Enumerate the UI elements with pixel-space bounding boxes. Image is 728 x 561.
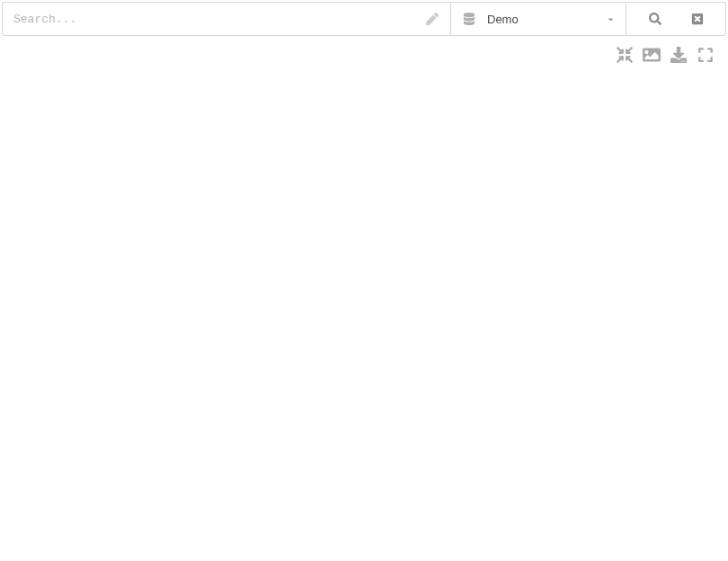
database-selected-label: Demo	[487, 13, 606, 26]
image-icon	[643, 46, 661, 64]
search-section	[3, 3, 451, 35]
view-toolbar	[0, 38, 728, 72]
search-icon	[649, 13, 661, 25]
content-area	[0, 72, 728, 552]
database-selector[interactable]: Demo	[451, 3, 626, 35]
download-icon	[670, 47, 687, 63]
pen-icon[interactable]	[425, 12, 439, 26]
database-icon	[462, 12, 476, 26]
fullscreen-button[interactable]	[696, 45, 715, 65]
top-search-bar: Demo	[2, 2, 726, 36]
download-button[interactable]	[669, 45, 688, 65]
collapse-button[interactable]	[615, 45, 635, 65]
search-button[interactable]	[646, 10, 664, 28]
clear-button[interactable]	[688, 10, 706, 28]
close-icon	[691, 13, 704, 25]
actions-section	[626, 3, 725, 35]
collapse-icon	[617, 47, 633, 63]
caret-down-icon	[606, 14, 615, 23]
search-input[interactable]	[3, 3, 450, 35]
image-button[interactable]	[642, 45, 661, 65]
fullscreen-icon	[697, 47, 714, 63]
